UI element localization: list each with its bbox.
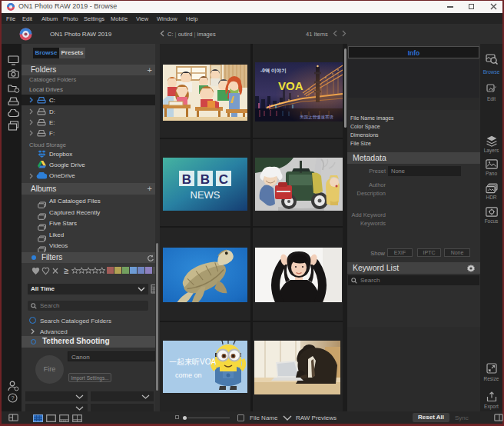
svg-text:美国之音慢速英语: 美国之音慢速英语: [300, 115, 334, 120]
svg-text:B: B: [182, 172, 191, 187]
svg-text:?: ?: [11, 394, 14, 401]
svg-text:C: C: [219, 172, 228, 187]
svg-text:-0액 이야기: -0액 이야기: [260, 68, 287, 74]
svg-text:B: B: [201, 172, 210, 187]
svg-text:come on: come on: [175, 371, 202, 379]
svg-text:一起来听VOA: 一起来听VOA: [169, 358, 216, 366]
svg-text:NEWS: NEWS: [191, 189, 220, 201]
svg-text:VOA: VOA: [278, 79, 303, 92]
